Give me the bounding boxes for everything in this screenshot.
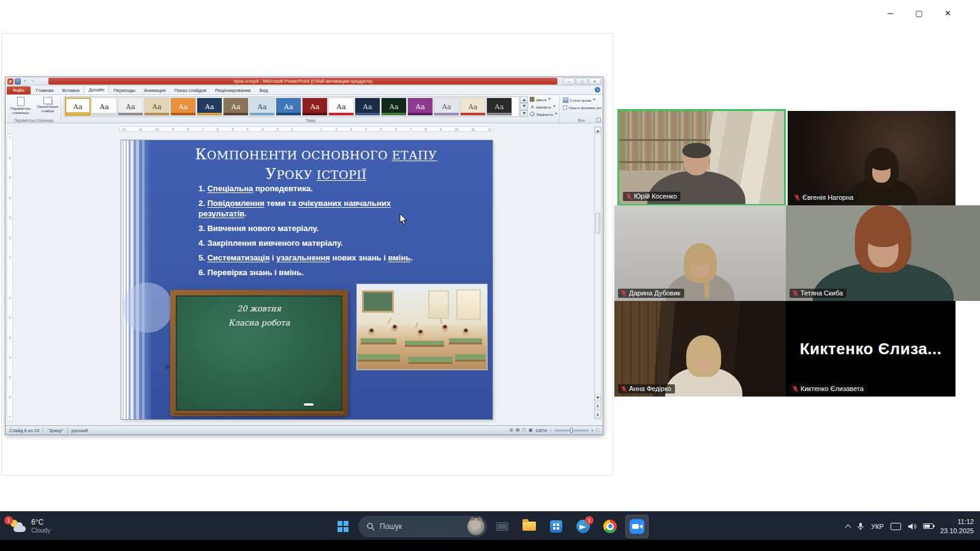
clock-time: 11:12 (957, 517, 974, 526)
participant-name-label: Киктенко Єлизавета (790, 384, 867, 393)
participant-tile-3[interactable]: Дарина Дубовик (614, 205, 786, 301)
cast-icon[interactable] (891, 523, 901, 530)
windows-logo-icon (337, 521, 349, 532)
zoom-icon (630, 519, 644, 534)
folder-icon (522, 522, 536, 531)
participant-name: Тетяна Скиба (801, 289, 843, 297)
tray-chevron-up-icon[interactable] (845, 524, 851, 530)
participants-gallery: Юрій КосенкоЄвгенія НагорнаДарина Дубови… (0, 0, 980, 551)
close-icon[interactable]: ✕ (933, 4, 962, 22)
minimize-icon[interactable]: ─ (876, 4, 905, 22)
task-view-icon (496, 522, 508, 531)
participant-name: Дарина Дубовик (629, 289, 680, 297)
participant-name: Євгенія Нагорна (802, 194, 853, 201)
battery-icon[interactable] (923, 523, 933, 529)
cloud-icon (13, 526, 26, 532)
participant-tile-1[interactable]: Юрій Косенко (617, 109, 786, 206)
language-switcher[interactable]: УКР (871, 523, 884, 530)
maximize-icon[interactable]: ▢ (905, 4, 933, 22)
participant-tile-6[interactable]: Киктенко Єлиза...Киктенко Єлизавета (786, 301, 956, 397)
weather-condition: Cloudy (31, 527, 50, 535)
taskbar-clock[interactable]: 11:12 23.10.2025 (940, 517, 974, 535)
weather-temperature: 6°C (31, 518, 50, 527)
participant-name-label: Анна Федірко (618, 384, 675, 393)
search-icon (366, 522, 375, 531)
mic-muted-icon (620, 290, 627, 297)
participant-tile-5[interactable]: Анна Федірко (614, 301, 786, 397)
participant-tile-4[interactable]: Тетяна Скиба (786, 205, 980, 301)
file-explorer-button[interactable] (518, 515, 541, 538)
notification-badge: 1 (4, 516, 13, 525)
participant-name-label: Євгенія Нагорна (791, 193, 857, 202)
mic-muted-icon (625, 193, 632, 200)
store-button[interactable] (545, 515, 568, 538)
participant-name-label: Юрій Косенко (623, 192, 680, 201)
clock-date: 23.10.2025 (940, 526, 974, 535)
mic-muted-icon (792, 290, 799, 297)
zoom-app-button[interactable] (625, 515, 649, 538)
participant-name-label: Тетяна Скиба (790, 289, 846, 298)
messenger-button[interactable]: 1 (571, 515, 595, 538)
participant-name: Анна Федірко (629, 385, 671, 392)
chrome-icon (603, 520, 617, 533)
weather-icon: 1 (10, 519, 26, 534)
zoom-meeting-window: ─ ▢ ✕ Урок історії - Microsoft PowerPoin… (0, 0, 980, 551)
window-controls: ─ ▢ ✕ (876, 4, 962, 22)
system-tray: УКР 11:12 23.10.2025 (846, 512, 974, 541)
participant-name: Киктенко Єлизавета (801, 385, 864, 392)
search-highlight-avatar[interactable] (467, 518, 484, 535)
task-view-button[interactable] (491, 515, 514, 538)
weather-widget[interactable]: 1 6°C Cloudy (4, 512, 56, 541)
search-placeholder: Пошук (380, 522, 462, 531)
mouse-cursor (399, 213, 407, 225)
mic-muted-icon (620, 386, 627, 392)
store-icon (550, 520, 562, 533)
participant-name-label: Дарина Дубовик (618, 289, 684, 298)
start-button[interactable] (331, 515, 355, 538)
taskbar-search[interactable]: Пошук (358, 516, 487, 537)
participant-name: Юрій Косенко (634, 192, 677, 200)
mic-muted-icon (794, 194, 801, 201)
tray-mic-icon[interactable] (857, 522, 864, 531)
chrome-button[interactable] (598, 515, 622, 538)
participant-display-name: Киктенко Єлиза... (786, 301, 956, 397)
mic-muted-icon (792, 386, 799, 392)
messenger-badge: 1 (585, 516, 594, 525)
volume-icon[interactable] (908, 523, 916, 530)
taskbar: 1 6°C Cloudy Пошук (0, 511, 980, 540)
participant-tile-2[interactable]: Євгенія Нагорна (788, 111, 956, 205)
participant-silhouette (665, 343, 742, 397)
screen-bottom-strip (0, 540, 980, 551)
